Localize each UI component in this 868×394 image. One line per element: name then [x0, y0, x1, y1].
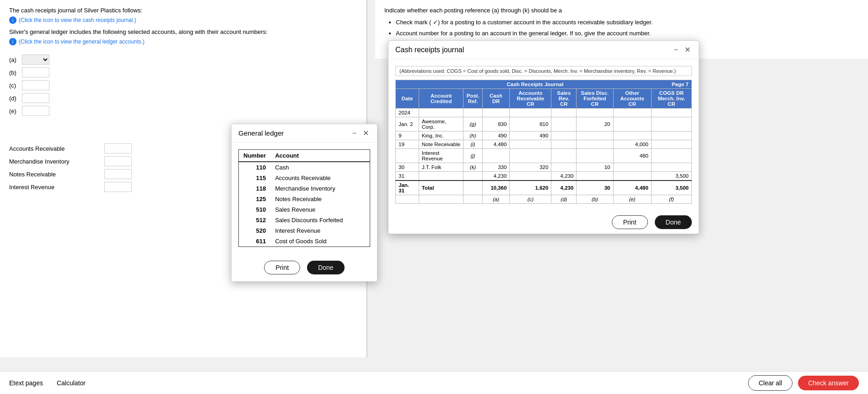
ledger-cell-account: Interest Revenue — [270, 225, 370, 236]
crj-cell-salesrev: 4,230 — [551, 181, 577, 195]
crj-cell-cashdr: 330 — [482, 163, 510, 172]
crj-cell-year: Jan. 2 — [396, 117, 419, 131]
clear-all-button[interactable]: Clear all — [748, 375, 793, 391]
crj-cell-cashdr — [482, 149, 510, 163]
ledger-cell-account: Cash — [270, 162, 370, 173]
crj-cell-salesrev: (d) — [551, 195, 577, 204]
account-label-mi: Merchandise Inventory — [9, 158, 101, 165]
ledger-cell-number: 520 — [239, 225, 271, 236]
crj-close-button[interactable]: ✕ — [683, 45, 692, 54]
crj-table: Cash Receipts Journal Page 7 Date Accoun… — [395, 80, 692, 204]
crj-cell-salesrev: 4,230 — [551, 172, 577, 181]
crj-th-salesrev: SalesRev. CR — [551, 89, 577, 109]
crj-cell-other — [613, 163, 651, 172]
ledger-cell-account: Sales Revenue — [270, 204, 370, 215]
crj-cell-arcr: (c) — [510, 195, 551, 204]
crj-cell-salesrev — [551, 131, 577, 140]
info-icon-1: i — [9, 16, 16, 24]
input-a[interactable]: 110 115 118 125 510 512 520 611 ✓ X — [22, 55, 49, 65]
crj-cell-cogs — [651, 140, 691, 149]
bullet-1: Check mark ( ✓) for a posting to a custo… — [396, 18, 859, 27]
crj-cell-ref — [464, 195, 482, 204]
crj-minimize-button[interactable]: − — [673, 45, 679, 54]
check-answer-button[interactable]: Check answer — [798, 376, 859, 390]
label-b: (b) — [9, 69, 18, 76]
input-e[interactable] — [22, 106, 49, 116]
crj-cell-cashdr: (a) — [482, 195, 510, 204]
crj-page-label: Page 7 — [672, 82, 689, 87]
crj-th-account: AccountCredited — [419, 89, 464, 109]
crj-abbreviations: (Abbreviations used: COGS = Cost of good… — [395, 66, 692, 76]
crj-cell-cogs — [651, 163, 691, 172]
crj-row: Jan. 2 Awesome, Corp. (g) 830 810 20 — [396, 117, 692, 131]
input-row-a: (a) 110 115 118 125 510 512 520 611 ✓ X — [9, 55, 357, 65]
input-d[interactable] — [22, 93, 49, 103]
crj-cell-arcr: 1,620 — [510, 181, 551, 195]
account-input-mi[interactable] — [104, 156, 132, 166]
crj-cell-cashdr: 490 — [482, 131, 510, 140]
crj-cell-account: Awesome, Corp. — [419, 117, 464, 131]
etext-pages-button[interactable]: Etext pages — [9, 379, 43, 387]
crj-cell-year: 31 — [396, 172, 419, 181]
crj-print-button[interactable]: Print — [612, 215, 648, 229]
crj-cell-salesrev — [551, 163, 577, 172]
label-e: (e) — [9, 108, 18, 115]
general-ledger-link-text: (Click the icon to view the general ledg… — [19, 38, 145, 45]
crj-cell-ref: (h) — [464, 131, 482, 140]
crj-cell-account — [419, 109, 464, 117]
crj-cell-arcr — [510, 109, 551, 117]
account-input-nr[interactable] — [104, 169, 132, 179]
crj-cell-salesdisc — [577, 109, 613, 117]
answer-inputs: (a) 110 115 118 125 510 512 520 611 ✓ X … — [9, 55, 357, 116]
crj-row: Interest Revenue (j) 480 — [396, 149, 692, 163]
crj-cell-ref: (g) — [464, 117, 482, 131]
crj-cell-cogs: 3,500 — [651, 172, 691, 181]
crj-cell-cashdr — [482, 109, 510, 117]
crj-cell-other — [613, 109, 651, 117]
label-c: (c) — [9, 82, 18, 89]
ledger-cell-number: 512 — [239, 215, 271, 225]
crj-cell-cogs — [651, 117, 691, 131]
crj-cell-year — [396, 195, 419, 204]
ledger-cell-account: Merchandise Inventory — [270, 183, 370, 194]
account-label-ar: Accounts Receivable — [9, 145, 101, 152]
crj-cell-ref: (k) — [464, 163, 482, 172]
ledger-col-account: Account — [270, 150, 370, 162]
crj-th-date: Date — [396, 89, 419, 109]
crj-cell-ref: (j) — [464, 149, 482, 163]
crj-cell-other — [613, 117, 651, 131]
input-row-d: (d) — [9, 93, 357, 103]
bottom-left: Etext pages Calculator — [9, 379, 86, 387]
crj-body: (Abbreviations used: COGS = Cost of good… — [388, 59, 699, 211]
gl-done-button[interactable]: Done — [307, 261, 344, 274]
crj-cell-arcr — [510, 172, 551, 181]
crj-cell-arcr: 320 — [510, 163, 551, 172]
crj-cell-account: Interest Revenue — [419, 149, 464, 163]
calculator-button[interactable]: Calculator — [57, 379, 86, 387]
crj-cell-ref — [464, 172, 482, 181]
gl-print-button[interactable]: Print — [264, 261, 300, 274]
cash-receipts-modal: Cash receipts journal − ✕ (Abbreviations… — [388, 40, 699, 234]
account-input-ir[interactable] — [104, 182, 132, 192]
gl-minimize-button[interactable]: − — [351, 129, 358, 137]
crj-cell-salesdisc — [577, 172, 613, 181]
crj-th-postref: Post.Ref. — [464, 89, 482, 109]
input-c[interactable] — [22, 80, 49, 90]
account-input-ar[interactable] — [104, 143, 132, 153]
bottom-bar: Etext pages Calculator Clear all Check a… — [0, 371, 868, 394]
general-ledger-link[interactable]: i (Click the icon to view the general le… — [9, 38, 357, 45]
ledger-row: 512 Sales Discounts Forfeited — [239, 215, 370, 225]
crj-cell-other — [613, 172, 651, 181]
crj-cell-salesdisc: 30 — [577, 181, 613, 195]
crj-cell-year — [396, 149, 419, 163]
input-row-b: (b) — [9, 67, 357, 77]
ledger-cell-number: 118 — [239, 183, 271, 194]
cash-journal-link[interactable]: i (Click the icon to view the cash recei… — [9, 16, 357, 24]
crj-cell-salesdisc — [577, 131, 613, 140]
gl-close-button[interactable]: ✕ — [361, 129, 370, 137]
input-b[interactable] — [22, 67, 49, 77]
crj-cell-account: Note Receivable — [419, 140, 464, 149]
crj-cell-ref — [464, 181, 482, 195]
crj-cell-salesrev — [551, 140, 577, 149]
crj-done-button[interactable]: Done — [655, 215, 692, 229]
